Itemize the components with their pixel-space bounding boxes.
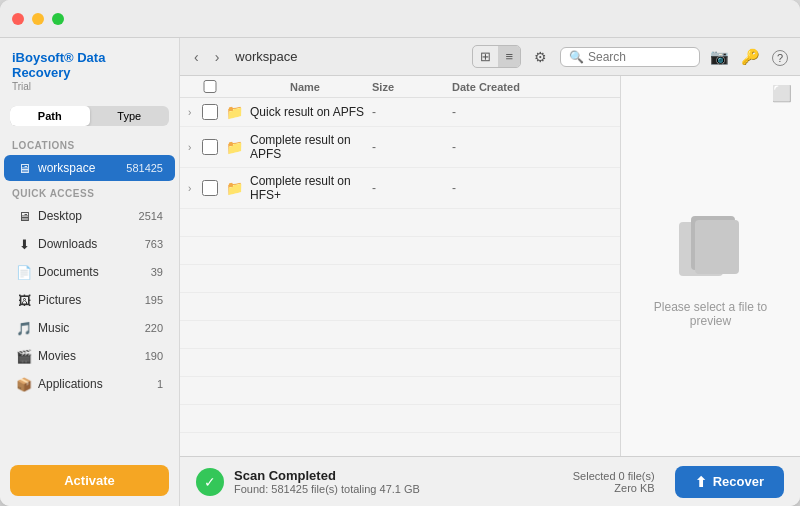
filter-icon: ⚙: [534, 49, 547, 65]
recover-button[interactable]: ⬆ Recover: [675, 466, 784, 498]
tab-path[interactable]: Path: [10, 106, 90, 126]
search-input[interactable]: [588, 50, 691, 64]
copy-button[interactable]: ⬜: [772, 84, 792, 103]
file-row-empty: [180, 209, 620, 237]
movies-icon: 🎬: [16, 348, 32, 364]
file-name: Quick result on APFS: [250, 105, 372, 119]
workspace-label: workspace: [38, 161, 126, 175]
folder-icon: 📁: [224, 139, 244, 155]
file-list-header: Name Size Date Created: [180, 76, 620, 98]
camera-button[interactable]: 📷: [708, 46, 731, 68]
traffic-lights: [12, 13, 64, 25]
help-button[interactable]: ?: [770, 46, 790, 68]
file-size: -: [372, 140, 452, 154]
key-icon: 🔑: [741, 48, 760, 65]
sidebar-item-workspace[interactable]: 🖥 workspace 581425: [4, 155, 175, 181]
workspace-icon: 🖥: [16, 160, 32, 176]
app-header: iBoysoft® Data Recovery Trial: [0, 38, 179, 98]
pictures-count: 195: [145, 294, 163, 306]
status-bar: ✓ Scan Completed Found: 581425 file(s) t…: [180, 456, 800, 506]
file-row-empty: [180, 265, 620, 293]
minimize-button[interactable]: [32, 13, 44, 25]
pictures-label: Pictures: [38, 293, 145, 307]
sidebar-item-movies[interactable]: 🎬 Movies 190: [4, 343, 175, 369]
back-button[interactable]: ‹: [190, 47, 203, 67]
sidebar-item-music[interactable]: 🎵 Music 220: [4, 315, 175, 341]
selected-info: Selected 0 file(s) Zero KB: [573, 470, 655, 494]
file-name: Complete result on APFS: [250, 133, 372, 161]
downloads-label: Downloads: [38, 237, 145, 251]
recover-label: Recover: [713, 474, 764, 489]
documents-icon: 📄: [16, 264, 32, 280]
column-size-header: Size: [372, 81, 452, 93]
column-name-header: Name: [250, 81, 372, 93]
sidebar-item-pictures[interactable]: 🖼 Pictures 195: [4, 287, 175, 313]
file-row-empty: [180, 377, 620, 405]
preview-placeholder-icon: [671, 204, 751, 284]
file-row[interactable]: › 📁 Complete result on HFS+ - -: [180, 168, 620, 209]
search-icon: 🔍: [569, 50, 584, 64]
grid-view-button[interactable]: ⊞: [473, 46, 498, 67]
expand-arrow: ›: [188, 107, 202, 118]
file-row-empty: [180, 293, 620, 321]
scan-info: Scan Completed Found: 581425 file(s) tot…: [234, 468, 563, 495]
downloads-count: 763: [145, 238, 163, 250]
file-date: -: [452, 105, 612, 119]
title-bar: [0, 0, 800, 38]
locations-label: Locations: [0, 134, 179, 154]
file-size: -: [372, 181, 452, 195]
file-date: -: [452, 181, 612, 195]
grid-icon: ⊞: [480, 49, 491, 64]
filter-button[interactable]: ⚙: [529, 46, 552, 68]
downloads-icon: ⬇: [16, 236, 32, 252]
music-icon: 🎵: [16, 320, 32, 336]
sidebar-item-documents[interactable]: 📄 Documents 39: [4, 259, 175, 285]
key-button[interactable]: 🔑: [739, 46, 762, 68]
tab-type[interactable]: Type: [90, 106, 170, 126]
selected-files-label: Selected 0 file(s): [573, 470, 655, 482]
search-box: 🔍: [560, 47, 700, 67]
expand-arrow: ›: [188, 183, 202, 194]
file-browser: Name Size Date Created › 📁 Quick result …: [180, 76, 800, 456]
app-title: iBoysoft® Data Recovery: [12, 50, 167, 80]
file-row-empty: [180, 237, 620, 265]
file-row-empty: [180, 349, 620, 377]
sidebar-item-applications[interactable]: 📦 Applications 1: [4, 371, 175, 397]
quick-access-label: Quick Access: [0, 182, 179, 202]
file-checkbox[interactable]: [202, 139, 218, 155]
expand-arrow: ›: [188, 142, 202, 153]
sidebar: iBoysoft® Data Recovery Trial Path Type …: [0, 38, 180, 506]
music-label: Music: [38, 321, 145, 335]
sidebar-item-desktop[interactable]: 🖥 Desktop 2514: [4, 203, 175, 229]
preview-panel: ⬜ Please select a file to preview: [620, 76, 800, 456]
file-checkbox[interactable]: [202, 104, 218, 120]
selected-size-label: Zero KB: [573, 482, 655, 494]
documents-count: 39: [151, 266, 163, 278]
file-row[interactable]: › 📁 Complete result on APFS - -: [180, 127, 620, 168]
sidebar-item-downloads[interactable]: ⬇ Downloads 763: [4, 231, 175, 257]
pictures-icon: 🖼: [16, 292, 32, 308]
movies-count: 190: [145, 350, 163, 362]
activate-button[interactable]: Activate: [10, 465, 169, 496]
file-checkbox[interactable]: [202, 180, 218, 196]
scan-complete-icon: ✓: [196, 468, 224, 496]
maximize-button[interactable]: [52, 13, 64, 25]
music-count: 220: [145, 322, 163, 334]
column-date-header: Date Created: [452, 81, 612, 93]
breadcrumb: workspace: [235, 49, 297, 64]
recover-icon: ⬆: [695, 474, 707, 490]
close-button[interactable]: [12, 13, 24, 25]
content-area: ‹ › workspace ⊞ ≡ ⚙: [180, 38, 800, 506]
file-list: Name Size Date Created › 📁 Quick result …: [180, 76, 620, 456]
list-icon: ≡: [505, 49, 513, 64]
folder-icon: 📁: [224, 104, 244, 120]
main-area: iBoysoft® Data Recovery Trial Path Type …: [0, 38, 800, 506]
select-all-checkbox[interactable]: [202, 80, 218, 93]
file-row[interactable]: › 📁 Quick result on APFS - -: [180, 98, 620, 127]
forward-button[interactable]: ›: [211, 47, 224, 67]
preview-placeholder-text: Please select a file to preview: [641, 300, 780, 328]
applications-icon: 📦: [16, 376, 32, 392]
view-toggle: ⊞ ≡: [472, 45, 521, 68]
list-view-button[interactable]: ≡: [498, 46, 520, 67]
desktop-label: Desktop: [38, 209, 139, 223]
